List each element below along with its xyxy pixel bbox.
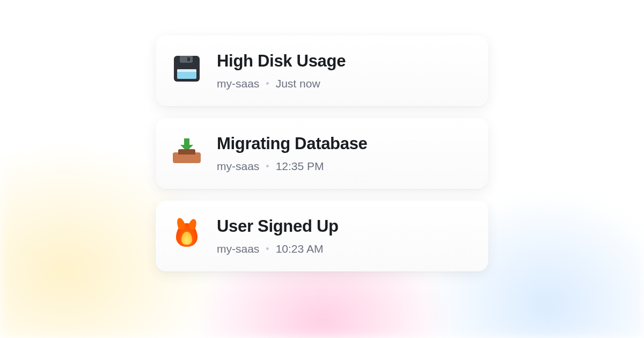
notification-meta: my-saas • Just now — [217, 77, 470, 90]
notification-time: 10:23 AM — [276, 243, 324, 255]
fire-icon — [172, 219, 202, 249]
floppy-disk-icon — [172, 54, 202, 84]
notification-body: User Signed Up my-saas • 10:23 AM — [217, 217, 470, 255]
notification-title: User Signed Up — [217, 217, 470, 236]
inbox-download-icon — [172, 136, 202, 166]
notification-body: Migrating Database my-saas • 12:35 PM — [217, 134, 470, 173]
notification-time: Just now — [276, 77, 320, 90]
notification-project: my-saas — [217, 160, 259, 173]
meta-separator: • — [266, 78, 269, 90]
notification-title: High Disk Usage — [217, 52, 470, 71]
notification-project: my-saas — [217, 243, 259, 255]
notification-card[interactable]: User Signed Up my-saas • 10:23 AM — [156, 201, 488, 271]
notification-time: 12:35 PM — [276, 160, 324, 173]
notification-card[interactable]: Migrating Database my-saas • 12:35 PM — [156, 118, 488, 189]
notification-project: my-saas — [217, 77, 259, 90]
meta-separator: • — [266, 161, 269, 172]
meta-separator: • — [266, 244, 269, 255]
notification-card[interactable]: High Disk Usage my-saas • Just now — [156, 35, 488, 106]
notification-body: High Disk Usage my-saas • Just now — [217, 52, 470, 90]
notification-meta: my-saas • 10:23 AM — [217, 243, 470, 255]
notification-list: High Disk Usage my-saas • Just now Migra… — [156, 35, 488, 271]
notification-title: Migrating Database — [217, 134, 470, 153]
notification-meta: my-saas • 12:35 PM — [217, 160, 470, 173]
